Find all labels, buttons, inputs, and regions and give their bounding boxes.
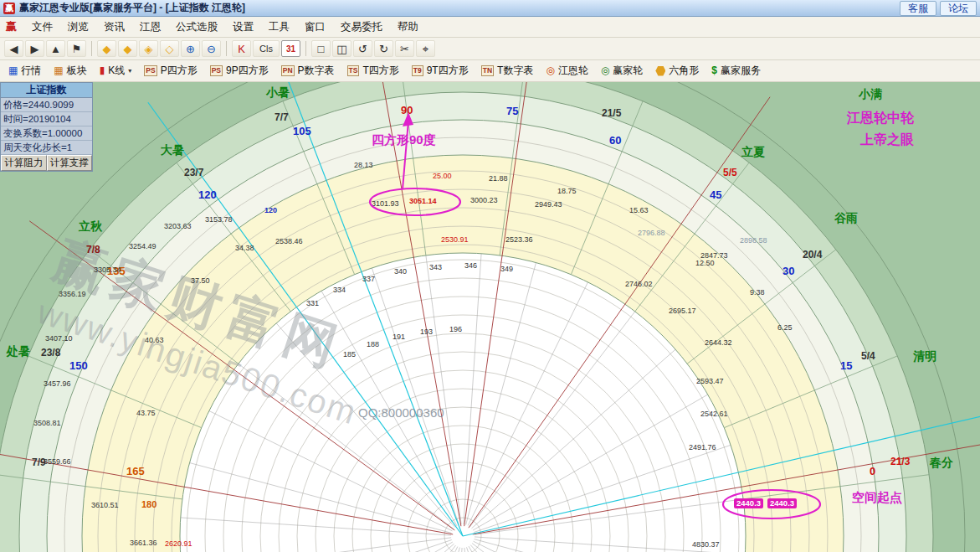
menu-item-9[interactable]: 帮助: [390, 18, 426, 36]
9p-square-icon: PS: [210, 65, 223, 76]
window-tool-icon[interactable]: ◫: [332, 40, 351, 57]
menu-item-1[interactable]: 浏览: [60, 18, 96, 36]
feature-hexagon[interactable]: 六角形: [651, 62, 703, 80]
calendar-icon[interactable]: 31: [281, 40, 300, 57]
back-icon[interactable]: ◀: [4, 40, 23, 57]
feature-bar: ▦行情▦板块▮K线▾PSP四方形PS9P四方形PNP数字表TST四方形T99T四…: [0, 60, 980, 82]
feature-9t-square[interactable]: T99T四方形: [408, 62, 473, 80]
menu-bar: 赢 文件浏览资讯江恩公式选股设置工具窗口交易委托帮助: [0, 17, 980, 38]
toolbar-main: ◀▶▲⚑◆◆◈◇⊕⊖KCls31□◫↺↻✂⌖: [0, 38, 980, 60]
title-bar: 赢 赢家江恩专业版[赢家服务平台] - [上证指数 江恩轮] 客服 论坛: [0, 0, 980, 17]
kline-dropdown-icon: ▾: [128, 67, 131, 75]
app-icon: 赢: [3, 3, 15, 14]
p-number-table-label: P数字表: [298, 64, 335, 78]
gann-wheel-icon: ◎: [546, 65, 554, 76]
winner-service-icon: $: [711, 65, 717, 76]
flag-icon[interactable]: ⚑: [67, 40, 86, 57]
p-number-table-icon: PN: [281, 65, 295, 76]
diamond-tool-4-icon[interactable]: ◇: [160, 40, 179, 57]
diamond-tool-2-icon[interactable]: ◆: [118, 40, 137, 57]
side-panel: 上证指数 价格=2440.9099时间=20190104变换系数=1.00000…: [0, 82, 93, 172]
toolbar-separator: [305, 41, 306, 56]
sectors-icon: ▦: [54, 65, 63, 76]
menu-item-2[interactable]: 资讯: [96, 18, 132, 36]
rect-tool-icon[interactable]: □: [311, 40, 331, 57]
t-square-label: T四方形: [362, 64, 398, 78]
cls-button[interactable]: Cls: [253, 40, 280, 57]
redo-icon[interactable]: ↻: [374, 40, 393, 57]
hexagon-label: 六角形: [669, 64, 699, 78]
feature-quotes[interactable]: ▦行情: [4, 62, 45, 80]
feature-sectors[interactable]: ▦板块: [49, 62, 90, 80]
menu-item-5[interactable]: 设置: [225, 18, 261, 36]
panel-title: 上证指数: [1, 83, 92, 98]
p-square-label: P四方形: [161, 64, 198, 78]
panel-rows: 价格=2440.9099时间=20190104变换系数=1.00000周天变化步…: [1, 98, 92, 155]
cursor-icon[interactable]: ▲: [46, 40, 65, 57]
gann-wheel-label: 江恩轮: [558, 64, 588, 78]
origin-price-chip-0: 2440.3: [734, 498, 763, 508]
feature-kline[interactable]: ▮K线▾: [95, 62, 136, 80]
annotation-space-origin: 空间起点: [852, 491, 902, 505]
hexagon-icon: [655, 66, 665, 76]
9p-square-label: 9P四方形: [226, 64, 269, 78]
9t-square-icon: T9: [412, 65, 423, 76]
quotes-label: 行情: [21, 64, 41, 78]
target-icon[interactable]: ⌖: [416, 40, 435, 57]
window-title: 赢家江恩专业版[赢家服务平台] - [上证指数 江恩轮]: [19, 1, 896, 15]
menu-item-0[interactable]: 文件: [24, 18, 60, 36]
undo-icon[interactable]: ↺: [353, 40, 372, 57]
menu-items: 文件浏览资讯江恩公式选股设置工具窗口交易委托帮助: [24, 18, 426, 36]
diamond-tool-3-icon[interactable]: ◈: [139, 40, 158, 57]
t-number-table-label: T数字表: [497, 64, 533, 78]
zoom-in-icon[interactable]: ⊕: [181, 40, 200, 57]
toolbar-separator: [226, 41, 227, 56]
toolbar-separator: [91, 41, 92, 56]
feature-t-number-table[interactable]: TNT数字表: [477, 62, 538, 80]
feature-9p-square[interactable]: PS9P四方形: [206, 62, 273, 80]
feature-t-square[interactable]: TST四方形: [343, 62, 403, 80]
p-square-icon: PS: [144, 65, 156, 76]
chart-area: 赢家财富网 www.yingjia500.com QQ:800000360 小暑…: [0, 82, 980, 552]
feature-p-square[interactable]: PSP四方形: [140, 62, 201, 80]
gann-wheel: [0, 82, 980, 552]
panel-buttons: 计算阻力计算支撑: [1, 155, 92, 171]
feature-p-number-table[interactable]: PNP数字表: [277, 62, 339, 80]
feature-winner-wheel[interactable]: ◎赢家轮: [597, 62, 647, 80]
menu-item-4[interactable]: 公式选股: [168, 18, 225, 36]
9t-square-label: 9T四方形: [427, 64, 469, 78]
customer-service-button[interactable]: 客服: [900, 1, 936, 16]
forum-button[interactable]: 论坛: [940, 1, 977, 16]
t-square-icon: TS: [347, 65, 360, 76]
kline-icon[interactable]: K: [232, 40, 251, 57]
panel-row-2: 变换系数=1.00000: [1, 126, 92, 141]
diamond-tool-1-icon[interactable]: ◆: [97, 40, 116, 57]
kline-label: K线: [108, 64, 125, 78]
panel-button-0[interactable]: 计算阻力: [1, 155, 47, 171]
menu-item-7[interactable]: 窗口: [297, 18, 333, 36]
zoom-out-icon[interactable]: ⊖: [202, 40, 221, 57]
panel-row-0: 价格=2440.9099: [1, 98, 92, 112]
annotation-wheel-center-line1: 江恩轮中轮: [847, 111, 914, 126]
winner-wheel-icon: ◎: [601, 65, 609, 76]
sectors-label: 板块: [67, 64, 87, 78]
kline-icon: ▮: [100, 65, 105, 76]
annotation-wheel-center-line2: 上帝之眼: [860, 132, 914, 147]
panel-row-3: 周天变化步长=1: [1, 141, 92, 155]
menu-item-8[interactable]: 交易委托: [333, 18, 390, 36]
menu-item-3[interactable]: 江恩: [132, 18, 168, 36]
cut-icon[interactable]: ✂: [395, 40, 414, 57]
quotes-icon: ▦: [8, 65, 18, 76]
origin-price-chip-1: 2440.3: [767, 498, 797, 508]
panel-row-1: 时间=20190104: [1, 112, 92, 126]
t-number-table-icon: TN: [481, 65, 494, 76]
winner-wheel-label: 赢家轮: [613, 64, 643, 78]
annotation-square-90: 四方形90度: [372, 133, 436, 147]
panel-button-1[interactable]: 计算支撑: [47, 155, 93, 171]
winner-service-label: 赢家服务: [721, 64, 761, 78]
feature-gann-wheel[interactable]: ◎江恩轮: [541, 62, 592, 80]
menu-logo-icon: 赢: [6, 19, 17, 34]
forward-icon[interactable]: ▶: [25, 40, 44, 57]
feature-winner-service[interactable]: $赢家服务: [707, 62, 765, 80]
menu-item-6[interactable]: 工具: [261, 18, 297, 36]
